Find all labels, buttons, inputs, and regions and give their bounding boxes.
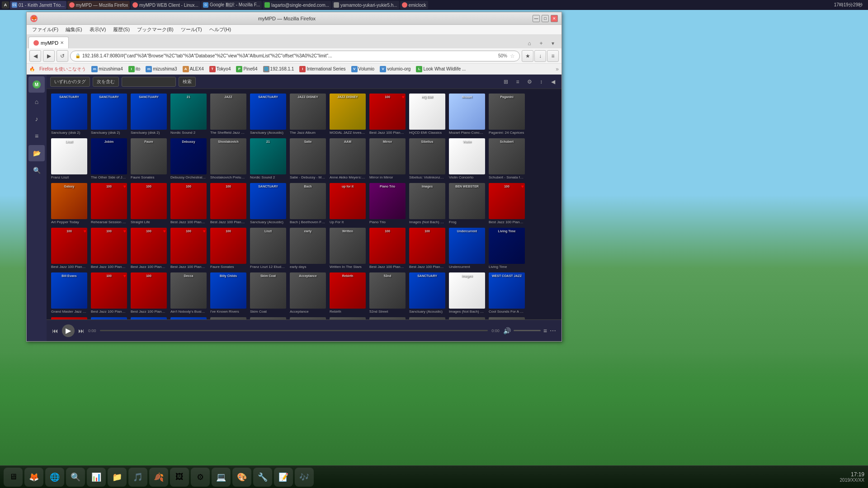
bookmark-ito[interactable]: i ito: [127, 65, 142, 73]
bookmark-volumio-org[interactable]: V volumio-org: [378, 65, 412, 73]
home-button[interactable]: ⌂: [524, 38, 534, 48]
album-item[interactable]: ♥BachBach | Beethoven Fugue: [289, 182, 327, 225]
album-item[interactable]: ♥LisztFranz Liszt 12 Etudes desexecution…: [249, 227, 287, 270]
sidebar-search[interactable]: 🔍: [28, 162, 45, 178]
search-input[interactable]: [122, 77, 176, 87]
album-item[interactable]: ♥WEST COAST JAZZCool Sounds For A Warm N…: [488, 272, 526, 314]
menu-edit[interactable]: 編集(E): [64, 25, 84, 34]
album-item[interactable]: ♥SANCTUARYSanctuary (Acoustic): [249, 182, 287, 225]
album-item[interactable]: ♥FaureFaure Sonates: [130, 137, 168, 180]
album-item[interactable]: ♥SANCTUARYSanctuary (disk 2): [130, 316, 168, 319]
sidebar-browse[interactable]: 📂: [28, 145, 45, 161]
bookmark-pine64[interactable]: P Pine64: [234, 65, 259, 73]
album-item[interactable]: ♥Skim CoatSkim Coat: [249, 272, 287, 314]
taskbar-app-4[interactable]: G Google 翻訳 - Mozilla F...: [201, 1, 262, 9]
taskbar-app-charts[interactable]: 📊: [87, 468, 106, 487]
bookmark-192[interactable]: 🌐 192.168.1.1: [261, 65, 296, 73]
taskbar-app-settings[interactable]: ⚙: [191, 468, 210, 487]
player-play-button[interactable]: ▶: [62, 324, 75, 337]
sidebar-logo[interactable]: M: [28, 76, 45, 93]
album-item[interactable]: ♥Bill EvansGrand Master Jazz 5 Bill Evan…: [50, 272, 88, 314]
bookmark-alex4[interactable]: A ALEX4: [181, 65, 206, 73]
album-item[interactable]: ♥100Straight Life: [130, 182, 168, 225]
taskbar-app-autumn[interactable]: 🍂: [149, 468, 168, 487]
album-item[interactable]: ♥100Best Jazz 100 Piano Standards Disc3 …: [90, 272, 128, 314]
taskbar-app-6[interactable]: yamamoto-yukari-yukie5.h...: [332, 1, 399, 9]
taskbar-app-3[interactable]: myMPD WEB Client - Linux...: [131, 1, 200, 9]
album-item[interactable]: ♥earlyearly days: [289, 227, 327, 270]
bookmark-volumio[interactable]: V Volumio: [349, 65, 377, 73]
album-item[interactable]: ♥JobimThe Other Side of Jobim - Chieky 1…: [90, 137, 128, 180]
album-item[interactable]: ♥ViolinViolin Concerto: [448, 137, 486, 180]
album-item[interactable]: ♥JAZZ DISNEYMODAL JAZZ loves DISNEY: [329, 93, 367, 136]
album-item[interactable]: ♥SANCTUARYSanctuary (Acoustic): [408, 272, 446, 314]
album-item[interactable]: ♥100Best Jazz 100 Piano Standards DISC4 …: [170, 227, 208, 270]
taskbar-start[interactable]: A: [2, 1, 9, 9]
bookmark-international[interactable]: I International Series: [297, 65, 347, 73]
album-item[interactable]: ♥100Best Jazz 100 Piano Standards Disc2 …: [170, 182, 208, 225]
album-item[interactable]: ♥MozartMozart Piano Concertos K271 Jeune…: [448, 93, 486, 136]
album-item[interactable]: ♥SibeliusSibelius: Violinkonzert Serenad…: [408, 137, 446, 180]
bookmark-wildlife[interactable]: L Look What Wildlife ...: [414, 65, 467, 73]
album-item[interactable]: ♥52nd52nd Street: [368, 272, 406, 314]
album-item[interactable]: ♥SchubertSchubert - Sonata for Fortepian…: [488, 137, 526, 180]
album-item[interactable]: ♥BEN WEBSTERFrog: [448, 182, 486, 225]
album-item[interactable]: ♥SANCTUARYSanctuary (Acoustic): [249, 93, 287, 136]
album-item[interactable]: ♥100Best Jazz 100 Piano Standards Disc3 …: [408, 227, 446, 270]
album-item[interactable]: ♥AAMAnne Akiko Meyers: fantasia: [329, 137, 367, 180]
album-item[interactable]: ♥SANCTUARYSanctuary (disk 2): [90, 93, 128, 136]
album-item[interactable]: ♥MirrorMirror in Mirror: [368, 137, 406, 180]
maximize-button[interactable]: □: [542, 15, 549, 22]
album-item[interactable]: ♥WrittenWritten In The Stars: [329, 227, 367, 270]
taskbar-app-5[interactable]: lagarto@single-ended.com...: [263, 1, 331, 9]
bookmark-star[interactable]: ☆: [510, 53, 515, 59]
album-item[interactable]: ♥TouchdownTouchdown: [368, 316, 406, 319]
list-view-button[interactable]: ≡: [513, 77, 523, 87]
reload-button[interactable]: ↺: [57, 50, 68, 62]
forward-button[interactable]: ▶: [43, 50, 55, 62]
album-item[interactable]: ♥100Best Jazz 100 Piano Standards Disc3 …: [50, 316, 88, 319]
bookmark-mizushima4[interactable]: m mizushima4: [90, 65, 124, 73]
taskbar-app-music[interactable]: 🎵: [128, 468, 147, 487]
album-item[interactable]: ♥Billy ChildsI've Known Rivers: [209, 272, 247, 314]
album-item[interactable]: ♥MorningMorning, Noon & Night: [448, 316, 486, 319]
album-item[interactable]: ♥SANCTUARYSanctuary (disk 2): [130, 93, 168, 136]
taskbar-app-browser[interactable]: 🌐: [45, 468, 64, 487]
album-item[interactable]: ♥100Rehearsal Session & More: [90, 182, 128, 225]
taskbar-app-terminal[interactable]: 💻: [212, 468, 231, 487]
new-tab-button[interactable]: +: [536, 38, 546, 48]
sidebar-home[interactable]: ⌂: [28, 94, 45, 110]
taskbar-app-7[interactable]: emiclock: [400, 1, 428, 9]
album-item[interactable]: ♥RestlessRestless: [329, 316, 367, 319]
taskbar-app-monitor[interactable]: 🖥: [4, 468, 23, 487]
album-item[interactable]: ♥DeccaAin't Nobody's Business If I Do: [170, 272, 208, 314]
bookmark-firefox-promo[interactable]: Firefox を使いこなそう: [38, 65, 88, 73]
taskbar-app-search[interactable]: 🔍: [66, 468, 85, 487]
player-more-icon[interactable]: ⋯: [550, 327, 556, 334]
album-item[interactable]: ♥JAZZThe Sheffield Jazz Experience: [209, 93, 247, 136]
sidebar-playlist[interactable]: ≡: [28, 128, 45, 144]
album-item[interactable]: ♥21Nordic Sound 2: [170, 93, 208, 136]
album-item[interactable]: ♥Living TimeLiving Time: [488, 227, 526, 270]
sort-button[interactable]: ↕: [536, 77, 546, 87]
tab-close-button[interactable]: ✕: [60, 40, 64, 45]
album-item[interactable]: ♥LisztFranz Liszt: [50, 137, 88, 180]
menu-history[interactable]: 履歴(S): [111, 25, 132, 34]
album-item[interactable]: ♥RebirthRebirth: [329, 272, 367, 314]
album-item[interactable]: ♥100Best Jazz 100 Piano Standards CD2: [488, 182, 526, 225]
menu-help[interactable]: ヘルプ(H): [208, 25, 233, 34]
bookmarks-overflow[interactable]: »: [556, 66, 559, 72]
album-item[interactable]: ♥100Best Jazz 100 Piano Standards Disc4 …: [368, 93, 406, 136]
album-item[interactable]: ♥21Nordic Sound 2: [249, 137, 287, 180]
menu-view[interactable]: 表示(V): [88, 25, 108, 34]
album-item[interactable]: ♥PaganiniPaganini: 24 Caprices: [488, 93, 526, 136]
taskbar-app-extra1[interactable]: 🔧: [253, 468, 272, 487]
taskbar-app-2[interactable]: myMPD — Mozilla Firefox: [67, 1, 130, 9]
album-item[interactable]: ♥WEST COAST JAZZCool Sounds For A Warm N…: [170, 316, 208, 319]
taskbar-app-images[interactable]: 🖼: [170, 468, 189, 487]
album-item[interactable]: ♥ImagesImages (Not Bach) CD2: [408, 182, 446, 225]
album-item[interactable]: ♥100Best Jazz 100 Piano Standards Disc1 …: [90, 227, 128, 270]
album-item[interactable]: ♥HQ EMIHQCD EMI Classics: [408, 93, 446, 136]
album-item[interactable]: ♥JAZZ DISNEYThe Jazz Album: [289, 93, 327, 136]
album-item[interactable]: ♥100Best Jazz 100 Piano Standards Disc2 …: [50, 227, 88, 270]
